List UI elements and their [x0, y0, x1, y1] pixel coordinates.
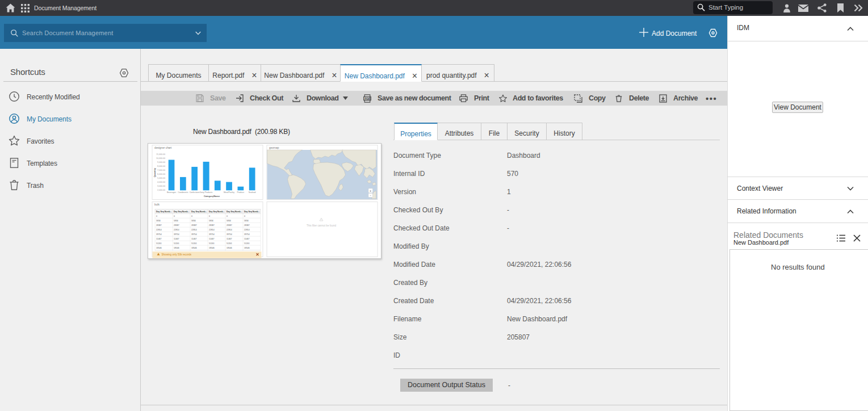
svg-text:geomap: geomap	[269, 146, 279, 149]
svg-text:51201: 51201	[209, 242, 215, 245]
svg-text:+: +	[370, 189, 371, 192]
svg-text:39754: 39754	[174, 233, 179, 236]
svg-text:18546: 18546	[191, 247, 197, 249]
svg-text:5834: 5834	[227, 220, 231, 222]
svg-text:PDF: PDF	[364, 98, 370, 100]
svg-text:18546: 18546	[174, 247, 179, 249]
svg-text:Day Seq Numb...: Day Seq Numb...	[174, 211, 190, 213]
svg-text:51201: 51201	[156, 242, 162, 245]
svg-text:Beverages: Beverages	[167, 191, 177, 194]
svg-text:11,000.00: 11,000.00	[156, 153, 165, 156]
svg-text:22814: 22814	[209, 229, 215, 231]
svg-text:28387: 28387	[209, 224, 215, 227]
svg-text:39754: 39754	[244, 233, 250, 236]
svg-text:-: -	[370, 194, 371, 197]
svg-text:2,000.00: 2,000.00	[157, 189, 165, 191]
svg-text:Day Seq Numb...: Day Seq Numb...	[244, 211, 260, 213]
svg-text:18546: 18546	[227, 247, 232, 249]
svg-text:0: 0	[174, 215, 175, 217]
svg-text:39754: 39754	[156, 233, 162, 236]
svg-text:28387: 28387	[227, 224, 232, 227]
svg-text:8,000.00: 8,000.00	[157, 165, 165, 167]
svg-text:51201: 51201	[174, 242, 179, 245]
svg-text:5,000.00: 5,000.00	[157, 177, 165, 179]
svg-text:7,000.00: 7,000.00	[157, 169, 165, 171]
svg-text:Day Seq Numb...: Day Seq Numb...	[156, 211, 172, 213]
svg-text:designer chart: designer chart	[154, 146, 172, 149]
svg-text:CategoryName: CategoryName	[204, 195, 220, 198]
svg-text:0: 0	[209, 215, 210, 217]
svg-text:51201: 51201	[227, 242, 232, 245]
svg-text:5834: 5834	[174, 220, 178, 222]
svg-text:Confections: Confections	[190, 191, 200, 194]
svg-text:11467: 11467	[244, 238, 250, 240]
svg-text:5834: 5834	[209, 220, 213, 222]
svg-text:This filter cannot be found: This filter cannot be found	[307, 224, 336, 227]
svg-text:18546: 18546	[244, 247, 250, 249]
svg-text:5834: 5834	[244, 220, 249, 222]
svg-text:39754: 39754	[191, 233, 197, 236]
svg-text:Condiments: Condiments	[178, 191, 188, 194]
svg-text:18546: 18546	[156, 247, 162, 249]
svg-text:0: 0	[227, 215, 228, 217]
svg-text:0: 0	[244, 215, 245, 217]
svg-text:11467: 11467	[191, 238, 197, 240]
svg-text:3,000.00: 3,000.00	[157, 185, 165, 187]
svg-text:Showing only 50k records: Showing only 50k records	[162, 254, 192, 257]
svg-text:Dairy Products: Dairy Products	[200, 191, 213, 194]
svg-text:11467: 11467	[174, 238, 179, 240]
svg-text:18546: 18546	[209, 247, 215, 249]
svg-text:39754: 39754	[227, 233, 232, 236]
svg-text:5834: 5834	[191, 220, 196, 222]
svg-text:Day Seq Numb...: Day Seq Numb...	[209, 211, 225, 213]
svg-text:Day Seq Numb...: Day Seq Numb...	[191, 211, 207, 213]
svg-text:22814: 22814	[244, 229, 250, 231]
svg-text:28387: 28387	[244, 224, 250, 227]
svg-text:Quantity: Quantity	[153, 167, 156, 177]
svg-text:51201: 51201	[244, 242, 250, 245]
svg-text:28387: 28387	[191, 224, 197, 227]
svg-text:bulk: bulk	[154, 203, 160, 206]
svg-text:9,000.00: 9,000.00	[157, 161, 165, 163]
svg-text:11467: 11467	[156, 238, 162, 240]
svg-text:Meat/Poultry: Meat/Poultry	[224, 191, 234, 194]
svg-text:28387: 28387	[156, 224, 162, 227]
svg-text:Day Seq Numb...: Day Seq Numb...	[227, 211, 242, 213]
svg-text:Seafood: Seafood	[249, 191, 256, 194]
svg-text:22814: 22814	[191, 229, 197, 231]
svg-text:0: 0	[191, 215, 192, 217]
svg-text:22814: 22814	[156, 229, 162, 231]
svg-text:39754: 39754	[209, 233, 215, 236]
svg-text:0: 0	[156, 215, 157, 217]
svg-text:22814: 22814	[227, 229, 232, 231]
svg-text:10,000.00: 10,000.00	[156, 157, 165, 160]
svg-text:6,000.00: 6,000.00	[157, 173, 165, 175]
svg-text:51201: 51201	[191, 242, 197, 245]
svg-text:11467: 11467	[227, 238, 232, 240]
svg-text:5834: 5834	[156, 220, 161, 222]
svg-text:28387: 28387	[174, 224, 179, 227]
svg-text:4,000.00: 4,000.00	[157, 181, 165, 183]
svg-text:11467: 11467	[209, 238, 215, 240]
svg-text:22814: 22814	[174, 229, 179, 231]
svg-text:Produce: Produce	[237, 191, 244, 194]
